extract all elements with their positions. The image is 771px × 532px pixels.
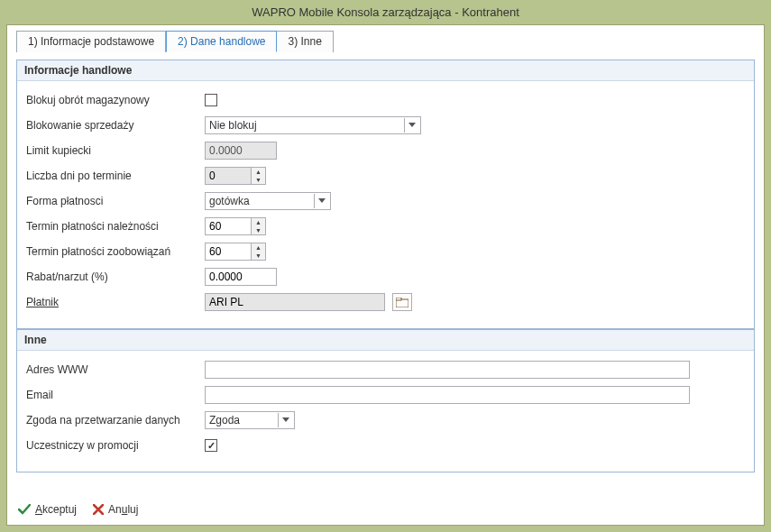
svg-rect-1 bbox=[396, 298, 401, 300]
tab-basic-info[interactable]: 1) Informacje podstawowe bbox=[16, 31, 166, 52]
tab-other[interactable]: 3) Inne bbox=[277, 31, 333, 52]
group-other: Inne Adres WWW Email bbox=[16, 329, 755, 472]
label-www: Adres WWW bbox=[24, 363, 205, 376]
close-icon bbox=[93, 504, 104, 515]
checkbox-block-warehouse[interactable] bbox=[205, 94, 217, 106]
link-payer[interactable]: Płatnik bbox=[24, 296, 205, 308]
label-promo: Uczestniczy w promocji bbox=[24, 439, 205, 452]
spin-up-icon[interactable]: ▲ bbox=[252, 218, 265, 226]
accept-label-rest: kceptuj bbox=[42, 503, 77, 516]
spinner-days-overdue-input bbox=[206, 168, 251, 184]
check-icon bbox=[18, 504, 31, 515]
tab-trade-data[interactable]: 2) Dane handlowe bbox=[166, 31, 277, 52]
accept-label-first: A bbox=[35, 503, 42, 516]
spin-up-icon[interactable]: ▲ bbox=[252, 243, 265, 252]
select-block-sales[interactable]: Nie blokuj bbox=[205, 116, 421, 134]
label-receivable-term: Termin płatności należności bbox=[24, 220, 205, 233]
input-email[interactable] bbox=[205, 386, 690, 404]
tabstrip: 1) Informacje podstawowe 2) Dane handlow… bbox=[7, 25, 764, 52]
chevron-down-icon bbox=[314, 194, 328, 208]
spin-up-icon: ▲ bbox=[252, 168, 265, 176]
spin-down-icon[interactable]: ▼ bbox=[252, 226, 265, 234]
cancel-button[interactable]: Anuluj bbox=[93, 503, 138, 516]
chevron-down-icon bbox=[278, 413, 292, 427]
label-credit-limit: Limit kupiecki bbox=[24, 144, 205, 157]
spinner-payable-term-input[interactable] bbox=[206, 243, 251, 260]
tab-content: Informacje handlowe Blokuj obrót magazyn… bbox=[7, 60, 764, 492]
select-consent[interactable]: Zgoda bbox=[205, 411, 295, 429]
spinner-receivable-term[interactable]: ▲ ▼ bbox=[205, 217, 266, 235]
accept-button[interactable]: Akceptuj bbox=[18, 503, 77, 516]
spinner-payable-term[interactable]: ▲ ▼ bbox=[205, 243, 266, 261]
input-credit-limit bbox=[205, 142, 277, 160]
label-payment-form: Forma płatnosci bbox=[24, 195, 205, 207]
label-payable-term: Termin płatności zoobowiązań bbox=[24, 245, 205, 258]
label-block-warehouse: Blokuj obrót magazynowy bbox=[24, 94, 205, 106]
label-discount: Rabat/narzut (%) bbox=[24, 271, 205, 283]
footer: Akceptuj Anuluj bbox=[7, 494, 764, 525]
input-payer bbox=[205, 293, 385, 311]
label-email: Email bbox=[24, 389, 205, 401]
label-block-sales: Blokowanie sprzedaży bbox=[24, 119, 205, 132]
label-consent: Zgoda na przetwarzanie danych bbox=[24, 414, 205, 427]
group-trade-info: Informacje handlowe Blokuj obrót magazyn… bbox=[16, 60, 755, 329]
lookup-payer-button[interactable] bbox=[392, 293, 412, 311]
client-area: 1) Informacje podstawowe 2) Dane handlow… bbox=[6, 24, 765, 526]
window-title: WAPRO Mobile Konsola zarządzająca - Kont… bbox=[0, 0, 771, 24]
input-www[interactable] bbox=[205, 361, 690, 379]
checkbox-promo[interactable]: ✓ bbox=[205, 439, 217, 452]
select-block-sales-value: Nie blokuj bbox=[209, 119, 404, 132]
spin-down-icon: ▼ bbox=[252, 176, 265, 184]
cancel-label-post: luj bbox=[127, 503, 138, 516]
select-payment-form-value: gotówka bbox=[209, 195, 314, 207]
spinner-days-overdue: ▲ ▼ bbox=[205, 167, 266, 185]
spin-down-icon[interactable]: ▼ bbox=[252, 252, 265, 260]
select-consent-value: Zgoda bbox=[209, 414, 278, 427]
window: WAPRO Mobile Konsola zarządzająca - Kont… bbox=[0, 0, 771, 532]
label-days-overdue: Liczba dni po terminie bbox=[24, 170, 205, 182]
group-other-header: Inne bbox=[17, 330, 754, 351]
cancel-label-pre: An bbox=[108, 503, 122, 516]
chevron-down-icon bbox=[404, 118, 418, 133]
folder-icon bbox=[396, 298, 408, 307]
select-payment-form[interactable]: gotówka bbox=[205, 192, 331, 210]
group-trade-info-header: Informacje handlowe bbox=[17, 60, 754, 81]
spinner-receivable-term-input[interactable] bbox=[206, 218, 251, 234]
input-discount[interactable] bbox=[205, 268, 277, 286]
